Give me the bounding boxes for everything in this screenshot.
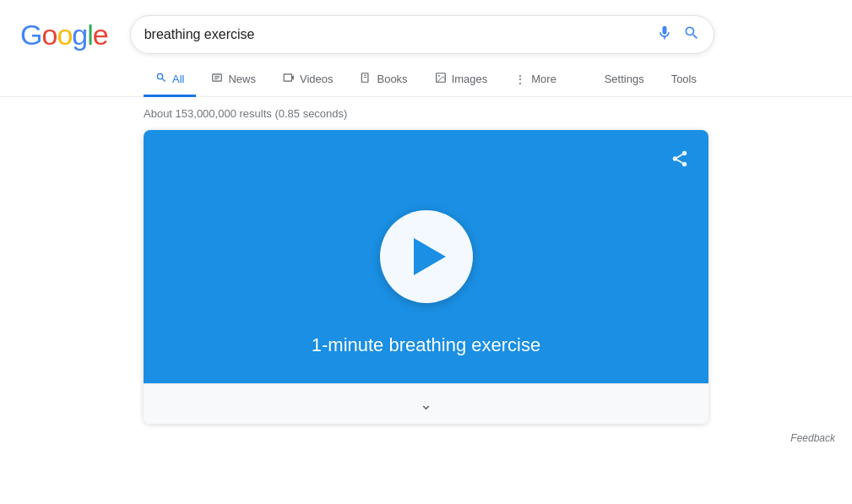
- logo-letter-g: G: [20, 19, 41, 51]
- books-icon: [360, 72, 372, 86]
- feedback-area: Feedback: [0, 424, 852, 444]
- tools-label: Tools: [671, 73, 697, 85]
- feedback-link[interactable]: Feedback: [790, 432, 835, 444]
- search-icons: [656, 24, 700, 45]
- logo-letter-e: e: [93, 19, 108, 51]
- logo-letter-o1: o: [41, 19, 57, 51]
- videos-icon: [283, 72, 295, 86]
- microphone-icon[interactable]: [656, 24, 673, 45]
- tab-videos-label: Videos: [300, 73, 334, 85]
- play-button[interactable]: [380, 210, 473, 303]
- chevron-down-icon: ⌄: [420, 395, 432, 414]
- breathing-video-area[interactable]: 1-minute breathing exercise: [144, 130, 708, 383]
- svg-line-15: [677, 154, 682, 158]
- svg-rect-6: [362, 73, 369, 83]
- svg-point-13: [682, 162, 687, 167]
- breathing-card: 1-minute breathing exercise ⌄: [144, 130, 708, 424]
- header: Google breathing exercise: [0, 0, 852, 54]
- more-icon: ⋮: [514, 73, 526, 86]
- tab-images-label: Images: [452, 73, 488, 85]
- breathing-card-title: 1-minute breathing exercise: [144, 334, 708, 356]
- news-icon: [211, 72, 223, 86]
- svg-line-14: [677, 160, 682, 163]
- svg-point-12: [673, 156, 678, 161]
- tab-more[interactable]: ⋮ More: [502, 64, 568, 97]
- settings-label: Settings: [605, 73, 644, 85]
- svg-rect-4: [284, 74, 291, 81]
- search-input[interactable]: breathing exercise: [144, 27, 656, 42]
- share-button[interactable]: [665, 144, 695, 174]
- search-bar-wrapper: breathing exercise: [130, 15, 714, 54]
- nav-tabs: All News Videos Books Images ⋮ More Sett…: [0, 62, 852, 97]
- main-content: 1-minute breathing exercise ⌄: [0, 130, 852, 424]
- search-submit-icon[interactable]: [683, 24, 700, 45]
- results-count: About 153,000,000 results (0.85 seconds): [144, 107, 347, 120]
- tab-news[interactable]: News: [199, 63, 268, 97]
- logo-letter-g2: g: [72, 19, 87, 51]
- svg-point-11: [682, 151, 687, 156]
- svg-point-10: [438, 75, 440, 77]
- google-logo[interactable]: Google: [20, 19, 108, 51]
- results-info: About 153,000,000 results (0.85 seconds): [0, 97, 852, 130]
- search-bar: breathing exercise: [130, 15, 714, 54]
- play-triangle-icon: [414, 238, 446, 275]
- all-search-icon: [155, 72, 167, 86]
- tab-more-label: More: [531, 73, 556, 85]
- logo-letter-o2: o: [57, 19, 72, 51]
- settings-tools-group: Settings Tools: [593, 63, 708, 95]
- tab-all[interactable]: All: [144, 63, 196, 97]
- images-icon: [435, 72, 447, 86]
- tab-tools[interactable]: Tools: [659, 64, 708, 96]
- tab-videos[interactable]: Videos: [271, 63, 345, 97]
- breathing-expand-button[interactable]: ⌄: [144, 383, 708, 424]
- tab-settings[interactable]: Settings: [593, 64, 656, 96]
- tab-news-label: News: [228, 73, 256, 85]
- tab-books[interactable]: Books: [348, 63, 419, 97]
- tab-all-label: All: [172, 73, 184, 85]
- tab-books-label: Books: [377, 73, 407, 85]
- tab-images[interactable]: Images: [423, 63, 500, 97]
